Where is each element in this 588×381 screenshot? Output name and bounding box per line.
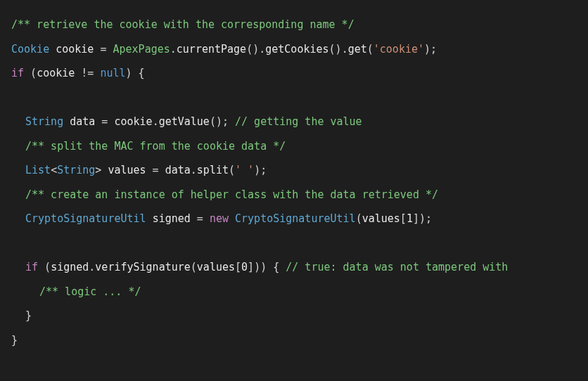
code-line-1: /** retrieve the cookie with the corresp… xyxy=(11,13,577,37)
type-string: String xyxy=(25,115,63,128)
code-line-5: String data = cookie.getValue(); // gett… xyxy=(11,110,577,134)
method-getvalue: getValue xyxy=(159,115,210,128)
code-line-12: /** logic ... */ xyxy=(11,280,577,304)
code-line-blank-2 xyxy=(11,231,577,256)
class-apexpages: ApexPages xyxy=(113,43,170,56)
comment: /** logic ... */ xyxy=(39,285,141,298)
comment: /** retrieve the cookie with the corresp… xyxy=(11,18,354,31)
keyword-if: if xyxy=(11,67,24,79)
method-split: split xyxy=(197,164,229,176)
method-verifysignature: verifySignature xyxy=(95,261,190,273)
comment: // true: data was not tampered with xyxy=(286,261,508,273)
string-space: ' ' xyxy=(235,164,254,176)
keyword-null: null xyxy=(100,67,125,79)
keyword-new: new xyxy=(210,212,229,225)
code-line-7: List<String> values = data.split(' '); xyxy=(11,158,577,183)
method-getcookies: getCookies xyxy=(265,43,328,56)
type-list: List xyxy=(25,164,51,176)
comment: /** create an instance of helper class w… xyxy=(25,188,438,201)
method-get: get xyxy=(348,43,367,56)
code-line-2: Cookie cookie = ApexPages.currentPage().… xyxy=(11,37,577,62)
code-line-14: } xyxy=(11,328,577,353)
string-cookie: 'cookie' xyxy=(373,43,424,56)
comment: /** split the MAC from the cookie data *… xyxy=(25,140,286,153)
code-line-9: CryptoSignatureUtil signed = new CryptoS… xyxy=(11,207,577,231)
comment: // getting the value xyxy=(235,115,362,128)
var-cookie: cookie xyxy=(56,43,94,56)
code-line-8: /** create an instance of helper class w… xyxy=(11,183,577,207)
code-line-blank-1 xyxy=(11,86,577,110)
code-line-6: /** split the MAC from the cookie data *… xyxy=(11,134,577,159)
type-crypto: CryptoSignatureUtil xyxy=(25,212,146,225)
code-line-13: } xyxy=(11,304,577,328)
code-line-11: if (signed.verifySignature(values[0])) {… xyxy=(11,255,577,280)
type-cookie: Cookie xyxy=(11,43,49,56)
method-currentpage: currentPage xyxy=(177,43,246,56)
code-line-3: if (cookie != null) { xyxy=(11,61,577,86)
